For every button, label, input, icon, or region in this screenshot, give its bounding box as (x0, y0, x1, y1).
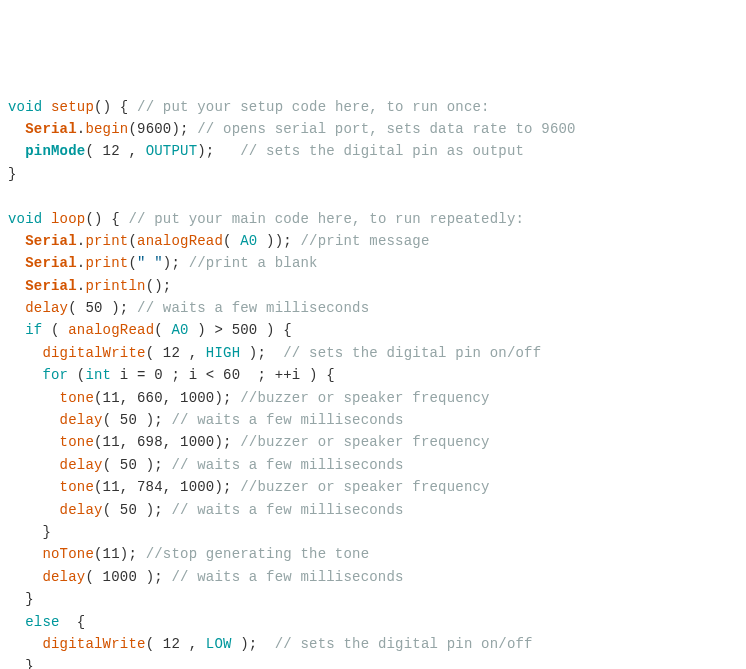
token-cmt: // sets the digital pin on/off (275, 636, 533, 652)
code-line: tone(11, 698, 1000); //buzzer or speaker… (8, 431, 738, 453)
token-p (8, 412, 60, 428)
code-line (8, 185, 738, 207)
token-fn: print (85, 233, 128, 249)
token-p: (11, 784, 1000); (94, 479, 240, 495)
token-p (8, 434, 60, 450)
code-line: noTone(11); //stop generating the tone (8, 543, 738, 565)
token-fn: loop (51, 211, 85, 227)
token-fn: analogRead (68, 322, 154, 338)
code-line: void loop() { // put your main code here… (8, 208, 738, 230)
token-p: ( 50 ); (103, 502, 172, 518)
token-p: ( 1000 ); (85, 569, 171, 585)
token-p (8, 502, 60, 518)
token-p: )); (257, 233, 300, 249)
code-line: tone(11, 784, 1000); //buzzer or speaker… (8, 476, 738, 498)
token-p: { (60, 614, 86, 630)
token-p: ); (232, 636, 275, 652)
token-p: () { (94, 99, 137, 115)
code-line: else { (8, 611, 738, 633)
token-fn: delay (42, 569, 85, 585)
token-fn: setup (51, 99, 94, 115)
token-p: ( 12 , (146, 345, 206, 361)
code-line: delay( 50 ); // waits a few milliseconds (8, 454, 738, 476)
token-fn: delay (60, 412, 103, 428)
token-fn: delay (25, 300, 68, 316)
token-p (8, 255, 25, 271)
code-line: if ( analogRead( A0 ) > 500 ) { (8, 319, 738, 341)
token-p: ( (128, 255, 137, 271)
code-line: } (8, 588, 738, 610)
token-const: LOW (206, 636, 232, 652)
code-line: delay( 50 ); // waits a few milliseconds (8, 409, 738, 431)
token-typ: Serial (25, 255, 77, 271)
code-line: delay( 50 ); // waits a few milliseconds (8, 499, 738, 521)
token-p: } (8, 524, 51, 540)
token-p (8, 300, 25, 316)
token-p: ( 50 ); (103, 412, 172, 428)
token-const: HIGH (206, 345, 240, 361)
code-line: void setup() { // put your setup code he… (8, 96, 738, 118)
code-line: Serial.print(" "); //print a blank (8, 252, 738, 274)
token-p (8, 278, 25, 294)
token-fn: tone (60, 390, 94, 406)
token-cmt: //buzzer or speaker frequency (240, 479, 489, 495)
token-p (8, 546, 42, 562)
token-cmt: // sets the digital pin as output (240, 143, 524, 159)
code-line: digitalWrite( 12 , HIGH ); // sets the d… (8, 342, 738, 364)
token-p: } (8, 658, 34, 669)
token-fn: noTone (42, 546, 94, 562)
token-fn: begin (85, 121, 128, 137)
token-p: ( (128, 233, 137, 249)
token-p (8, 233, 25, 249)
token-kw: for (42, 367, 68, 383)
token-p: () { (85, 211, 128, 227)
token-p: ( (68, 367, 85, 383)
token-p (42, 211, 51, 227)
token-p: (); (146, 278, 172, 294)
token-str: " " (137, 255, 163, 271)
token-const: A0 (240, 233, 257, 249)
token-cmt: // waits a few milliseconds (171, 502, 403, 518)
token-p: (9600); (128, 121, 197, 137)
token-p: } (8, 591, 34, 607)
token-cmt: // opens serial port, sets data rate to … (197, 121, 584, 137)
token-cmt: //print message (300, 233, 429, 249)
token-p (8, 390, 60, 406)
token-cmt: // waits a few milliseconds (171, 457, 403, 473)
token-p: ( 50 ); (68, 300, 137, 316)
token-fn: analogRead (137, 233, 223, 249)
token-p: ( 12 , (85, 143, 145, 159)
code-line: delay( 50 ); // waits a few milliseconds (8, 297, 738, 319)
token-p (8, 367, 42, 383)
code-block: void setup() { // put your setup code he… (8, 96, 738, 669)
token-p: (11, 660, 1000); (94, 390, 240, 406)
code-line: digitalWrite( 12 , LOW ); // sets the di… (8, 633, 738, 655)
code-line: pinMode( 12 , OUTPUT); // sets the digit… (8, 140, 738, 162)
token-p (8, 322, 25, 338)
token-fn: tone (60, 479, 94, 495)
token-fn: print (85, 255, 128, 271)
token-pin: pinMode (25, 143, 85, 159)
token-typ: Serial (25, 121, 77, 137)
token-p: ); (197, 143, 240, 159)
code-line: Serial.print(analogRead( A0 )); //print … (8, 230, 738, 252)
token-p: (11, 698, 1000); (94, 434, 240, 450)
token-dw: digitalWrite (42, 636, 145, 652)
token-p (8, 614, 25, 630)
token-typ: Serial (25, 233, 77, 249)
token-typ: Serial (25, 278, 77, 294)
token-p: ( 50 ); (103, 457, 172, 473)
token-fn: delay (60, 502, 103, 518)
token-p (8, 345, 42, 361)
token-cmt: //stop generating the tone (146, 546, 370, 562)
token-cmt: // waits a few milliseconds (171, 569, 403, 585)
token-fn: delay (60, 457, 103, 473)
token-p (8, 636, 42, 652)
token-p: ( (42, 322, 68, 338)
token-p (8, 457, 60, 473)
token-p: } (8, 166, 17, 182)
token-p: ( (154, 322, 171, 338)
token-fn: println (85, 278, 145, 294)
token-p: ); (240, 345, 283, 361)
token-p (8, 479, 60, 495)
